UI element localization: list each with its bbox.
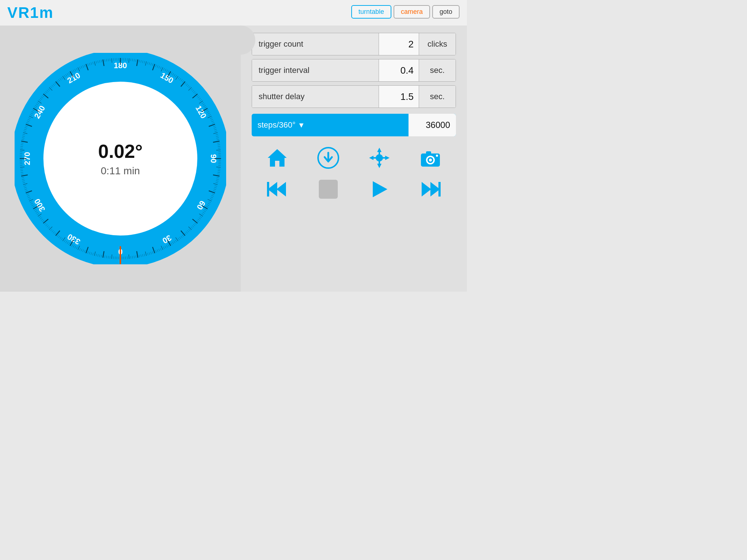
svg-line-272 <box>22 181 25 182</box>
tab-goto[interactable]: goto <box>432 5 460 19</box>
steps-select-container: steps/360° ▼ <box>252 120 409 130</box>
svg-line-100 <box>216 150 221 150</box>
svg-line-293 <box>21 145 23 145</box>
svg-line-123 <box>214 189 216 190</box>
svg-line-210 <box>94 252 96 256</box>
svg-line-271 <box>23 182 25 183</box>
svg-line-326 <box>44 93 46 94</box>
svg-line-334 <box>54 83 56 85</box>
trigger-interval-unit: sec. <box>419 59 456 81</box>
svg-line-244 <box>44 223 46 225</box>
svg-line-60 <box>189 88 191 90</box>
svg-line-329 <box>48 89 50 90</box>
svg-line-176 <box>152 251 153 254</box>
svg-line-256 <box>32 206 35 207</box>
svg-line-67 <box>198 97 200 98</box>
tab-camera[interactable]: camera <box>394 5 430 19</box>
svg-line-242 <box>47 225 49 227</box>
camera-button[interactable] <box>416 145 445 171</box>
svg-line-177 <box>151 252 151 254</box>
svg-line-332 <box>52 85 54 87</box>
svg-line-185 <box>137 251 138 258</box>
svg-line-174 <box>155 250 156 253</box>
tab-turntable[interactable]: turntable <box>351 5 391 19</box>
fast-forward-button[interactable] <box>416 176 445 202</box>
svg-line-61 <box>191 89 193 90</box>
svg-line-222 <box>75 246 76 248</box>
svg-line-45 <box>167 71 171 77</box>
svg-line-258 <box>31 203 33 204</box>
svg-line-157 <box>181 236 182 238</box>
svg-line-301 <box>24 131 26 132</box>
svg-line-145 <box>193 219 198 223</box>
svg-line-156 <box>182 235 183 237</box>
steps-dropdown-arrow[interactable]: ▼ <box>298 121 305 129</box>
svg-line-58 <box>187 85 189 87</box>
svg-line-267 <box>25 189 27 190</box>
download-button[interactable] <box>314 145 343 171</box>
svg-line-246 <box>42 220 44 222</box>
svg-line-115 <box>213 175 220 176</box>
header: VR1m turntable camera goto <box>0 0 467 26</box>
svg-line-308 <box>28 119 30 120</box>
stop-button[interactable] <box>314 176 343 202</box>
trigger-count-value[interactable]: 2 <box>379 33 419 55</box>
svg-line-260 <box>29 199 33 201</box>
svg-line-23 <box>134 59 134 62</box>
svg-line-203 <box>107 256 107 258</box>
svg-line-336 <box>57 81 58 82</box>
svg-rect-397 <box>438 182 441 197</box>
svg-line-264 <box>26 194 29 195</box>
rewind-button[interactable] <box>263 176 292 202</box>
dial-center: 0.02° 0:11 min <box>98 140 143 177</box>
svg-line-83 <box>211 121 213 122</box>
svg-line-221 <box>76 247 77 249</box>
svg-line-310 <box>29 116 33 118</box>
svg-line-43 <box>166 70 167 72</box>
svg-line-148 <box>192 225 194 227</box>
action-row-2 <box>252 176 456 202</box>
svg-line-46 <box>171 72 173 74</box>
trigger-count-label: trigger count <box>252 33 379 55</box>
shutter-delay-value[interactable]: 1.5 <box>379 86 419 108</box>
svg-line-249 <box>39 216 41 218</box>
svg-line-138 <box>203 212 205 214</box>
svg-line-302 <box>24 129 27 130</box>
svg-line-358 <box>91 62 92 65</box>
svg-line-254 <box>34 209 36 211</box>
crosshair-button[interactable] <box>365 145 394 171</box>
svg-line-99 <box>218 148 221 148</box>
svg-line-34 <box>152 63 153 66</box>
svg-line-62 <box>192 90 194 92</box>
svg-line-72 <box>203 104 205 105</box>
svg-line-298 <box>22 136 25 137</box>
svg-line-57 <box>186 84 188 86</box>
trigger-interval-value[interactable]: 0.4 <box>379 59 419 81</box>
svg-marker-395 <box>422 182 431 197</box>
svg-line-147 <box>193 224 195 226</box>
svg-marker-392 <box>276 182 286 197</box>
svg-line-313 <box>31 111 34 112</box>
steps-value[interactable]: 36000 <box>409 114 456 136</box>
svg-line-269 <box>24 186 26 186</box>
svg-line-127 <box>211 195 213 197</box>
svg-line-51 <box>178 77 179 79</box>
svg-line-291 <box>20 148 23 148</box>
svg-line-24 <box>136 59 136 62</box>
svg-line-299 <box>23 134 25 135</box>
svg-line-22 <box>132 59 133 61</box>
svg-line-364 <box>101 60 101 62</box>
svg-line-66 <box>197 95 198 97</box>
svg-line-349 <box>76 68 77 70</box>
svg-line-320 <box>38 101 42 104</box>
svg-line-25 <box>137 59 138 66</box>
svg-line-32 <box>149 62 150 65</box>
play-button[interactable] <box>365 176 394 202</box>
rewind-icon <box>266 178 289 201</box>
svg-line-350 <box>78 67 80 71</box>
svg-line-133 <box>207 205 209 206</box>
svg-line-218 <box>81 249 82 251</box>
svg-line-77 <box>207 111 209 112</box>
svg-line-217 <box>83 249 84 252</box>
home-button[interactable] <box>263 145 292 171</box>
